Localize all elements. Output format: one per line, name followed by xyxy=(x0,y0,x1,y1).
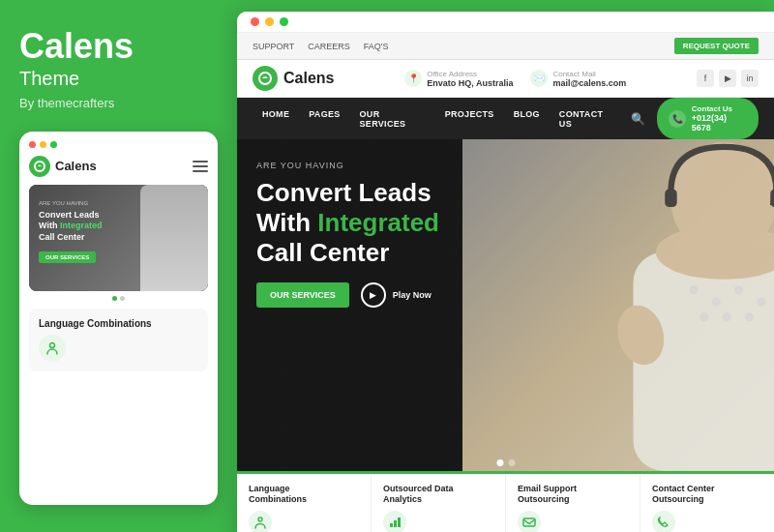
topnav-faq[interactable]: FAQ'S xyxy=(364,42,389,51)
brand-subtitle: Theme xyxy=(19,68,218,90)
mock-hamburger-icon[interactable] xyxy=(193,161,208,172)
request-quote-button[interactable]: REQUEST QUOTE xyxy=(674,38,759,54)
svg-rect-21 xyxy=(398,517,401,527)
svg-point-13 xyxy=(734,285,743,294)
hero-dot-1[interactable] xyxy=(496,459,503,466)
site-logo-text: Calens xyxy=(283,70,334,87)
menu-line xyxy=(193,161,208,163)
header-contact-info: 📍 Office Address Envato HQ, Australia ✉️… xyxy=(404,70,626,88)
mock-service-card: Language Combinations xyxy=(29,309,208,371)
office-info: 📍 Office Address Envato HQ, Australia xyxy=(404,70,513,88)
person-silhouette xyxy=(462,139,774,471)
mock-hero-title: Convert LeadsWith IntegratedCall Center xyxy=(39,210,102,244)
svg-point-14 xyxy=(757,298,765,307)
site-topnav: SUPPORT CAREERS FAQ'S REQUEST QUOTE xyxy=(237,33,774,60)
mail-value: mail@calens.com xyxy=(552,78,626,88)
brand-title: Calens xyxy=(19,27,218,66)
mail-label: Contact Mail xyxy=(552,70,626,78)
mock-hero-person xyxy=(140,185,208,291)
service-cards: LanguageCombinations Outsourced DataAnal… xyxy=(237,471,774,532)
service-card-language[interactable]: LanguageCombinations xyxy=(237,474,372,532)
mock-hero-content: ARE YOU HAVING Convert LeadsWith Integra… xyxy=(39,200,102,263)
hero-person-area xyxy=(462,139,774,471)
headline-line3: Call Center xyxy=(256,238,389,267)
mock-logo-text: Calens xyxy=(55,159,97,173)
hero-eyebrow: ARE YOU HAVING xyxy=(256,161,439,170)
mail-icon: ✉️ xyxy=(530,70,548,87)
mail-details: Contact Mail mail@calens.com xyxy=(552,70,626,88)
nav-pages[interactable]: PAGES xyxy=(299,101,349,137)
mock-dot-yellow xyxy=(40,141,46,148)
headline-with: With xyxy=(256,208,317,237)
office-value: Envato HQ, Australia xyxy=(427,78,513,88)
contact-label: Contact Us xyxy=(692,104,747,113)
headline-line1: Convert Leads xyxy=(256,178,432,207)
mock-header: Calens xyxy=(29,156,208,177)
phone-icon: 📞 xyxy=(669,110,685,128)
nav-projects[interactable]: PROJECTS xyxy=(435,101,504,137)
service-card-4-title: Contact CenterOutsourcing xyxy=(652,484,762,506)
mock-cta-button[interactable]: OUR SERVICES xyxy=(39,251,96,263)
nav-blog[interactable]: BLOG xyxy=(504,101,550,137)
service-card-3-title: Email SupportOutsourcing xyxy=(518,484,628,506)
facebook-icon[interactable]: f xyxy=(697,70,714,87)
service-card-2-icon xyxy=(383,511,406,532)
right-panel: SUPPORT CAREERS FAQ'S REQUEST QUOTE Cale… xyxy=(237,12,774,532)
mock-window-dots xyxy=(29,141,208,148)
topnav-support[interactable]: SUPPORT xyxy=(253,42,294,51)
instagram-icon[interactable]: in xyxy=(741,70,759,87)
site-nav: HOME PAGES OUR SERVICES PROJECTS BLOG CO… xyxy=(237,98,774,139)
youtube-icon[interactable]: ▶ xyxy=(719,70,736,87)
menu-line xyxy=(193,170,208,172)
svg-rect-19 xyxy=(390,523,393,527)
search-icon[interactable]: 🔍 xyxy=(625,112,651,126)
play-button[interactable]: ▶ Play Now xyxy=(361,282,432,308)
hero-headline: Convert Leads With Integrated Call Cente… xyxy=(256,178,439,269)
location-icon: 📍 xyxy=(404,70,422,87)
svg-point-1 xyxy=(50,342,55,347)
play-label: Play Now xyxy=(393,290,432,300)
nav-home[interactable]: HOME xyxy=(253,101,299,137)
site-logo: Calens xyxy=(253,66,334,91)
service-card-4-icon xyxy=(652,511,675,532)
hero-content: ARE YOU HAVING Convert Leads With Integr… xyxy=(256,161,439,308)
office-details: Office Address Envato HQ, Australia xyxy=(427,70,513,88)
brand-by: By themecrafters xyxy=(19,96,218,110)
slider-dot-2 xyxy=(120,296,125,301)
nav-services[interactable]: OUR SERVICES xyxy=(350,101,435,137)
svg-point-17 xyxy=(745,312,754,321)
hero-section: ARE YOU HAVING Convert Leads With Integr… xyxy=(237,139,774,471)
service-card-contact-center[interactable]: Contact CenterOutsourcing xyxy=(640,474,774,532)
mock-logo-icon xyxy=(29,156,50,177)
office-label: Office Address xyxy=(427,70,513,78)
svg-rect-22 xyxy=(523,518,535,526)
mock-card-icon xyxy=(39,335,66,362)
mock-dot-red xyxy=(29,141,36,148)
service-card-3-icon xyxy=(518,511,541,532)
service-card-analytics[interactable]: Outsourced DataAnalytics xyxy=(372,474,506,532)
mobile-mockup: Calens ARE YOU HAVING Convert LeadsWith … xyxy=(19,132,218,505)
topnav-careers[interactable]: CAREERS xyxy=(308,42,350,51)
contact-us-button[interactable]: 📞 Contact Us +012(34) 5678 xyxy=(657,98,759,139)
hero-dot-2[interactable] xyxy=(508,459,515,466)
hero-cta-button[interactable]: OUR SERVICES xyxy=(256,282,349,308)
social-icons: f ▶ in xyxy=(697,70,759,87)
mock-dot-green xyxy=(50,141,57,148)
svg-point-11 xyxy=(689,285,698,294)
mock-hero-eyebrow: ARE YOU HAVING xyxy=(39,200,102,206)
headline-green: Integrated xyxy=(317,208,439,237)
svg-rect-4 xyxy=(634,252,774,471)
nav-contact[interactable]: CONTACT US xyxy=(550,101,626,137)
contact-phone: +012(34) 5678 xyxy=(692,113,747,133)
mail-info: ✉️ Contact Mail mail@calens.com xyxy=(530,70,626,88)
svg-point-12 xyxy=(712,298,721,307)
play-circle-icon: ▶ xyxy=(361,282,386,308)
mock-hero-green: Integrated xyxy=(60,221,103,230)
svg-point-18 xyxy=(258,517,262,521)
service-card-2-title: Outsourced DataAnalytics xyxy=(383,484,493,506)
topnav-links: SUPPORT CAREERS FAQ'S xyxy=(253,42,389,51)
service-card-1-icon xyxy=(249,511,272,532)
browser-topbar xyxy=(237,12,774,33)
nav-links: HOME PAGES OUR SERVICES PROJECTS BLOG CO… xyxy=(253,101,625,137)
service-card-email[interactable]: Email SupportOutsourcing xyxy=(506,474,640,532)
